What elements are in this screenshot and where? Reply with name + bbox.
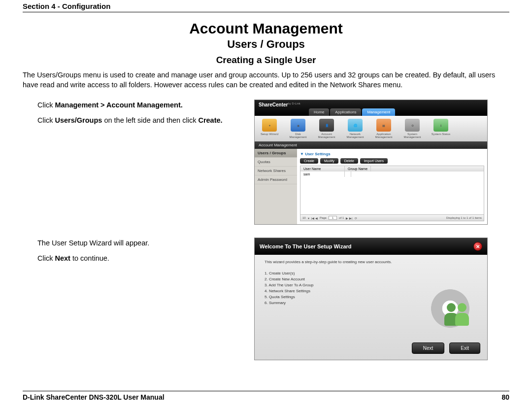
next-button[interactable]: Next: [412, 342, 445, 354]
step1-line2-d: Create.: [198, 116, 222, 124]
step1-line2: Click Users/Groups on the left side and …: [37, 115, 239, 126]
screenshot-account-management: ShareCenterby D-Link Home Applications M…: [254, 100, 488, 225]
sidebar-item-network-shares[interactable]: Network Shares: [255, 167, 297, 175]
tool-setup-wizard[interactable]: ✦Setup Wizard: [259, 119, 280, 138]
screenshot-user-setup-wizard: Welcome To The User Setup Wizard ✕ This …: [254, 238, 488, 360]
disk-icon: ◉: [297, 124, 299, 127]
step1-line2-c: on the left side and then click: [102, 116, 198, 124]
page-subtitle: Users / Groups: [23, 38, 509, 51]
close-button[interactable]: ✕: [473, 242, 482, 251]
globe-icon: 🌐: [354, 124, 357, 127]
step1-line1-bold: Management > Account Management.: [55, 101, 182, 109]
wizard-step-6: 6. Summary: [265, 301, 416, 305]
wizard-step-1: 1. Create User(s): [265, 271, 416, 275]
wizard-step-2: 2. Create New Account: [265, 277, 416, 281]
tool-disk-management[interactable]: ◉Disk Management: [287, 119, 309, 138]
wand-icon: ✦: [268, 124, 271, 127]
step1-line1: Click Management > Account Management.: [37, 100, 239, 111]
exit-button[interactable]: Exit: [449, 342, 480, 354]
sidebar-item-admin-password[interactable]: Admin Password: [255, 175, 297, 184]
footer-page-number: 80: [501, 393, 509, 401]
step2-line2-c: to continue.: [70, 254, 109, 262]
section-user-settings: ▼ User Settings: [300, 152, 484, 156]
page-subsubtitle: Creating a Single User: [23, 55, 509, 66]
delete-button[interactable]: Delete: [340, 158, 358, 164]
step2-line2: Click Next to continue.: [37, 253, 239, 264]
section-header: Section 4 - Configuration: [23, 2, 509, 12]
step1-line2-b: Users/Groups: [55, 116, 102, 124]
th-user-name: User Name: [300, 166, 345, 171]
sidebar-item-users-groups[interactable]: Users / Groups: [255, 149, 297, 158]
wizard-step-4: 4. Network Share Settings: [265, 289, 416, 293]
wizard-step-3: 3. Add The User To A Group: [265, 283, 416, 287]
step1-line1-prefix: Click: [37, 101, 55, 109]
import-users-button[interactable]: Import Users: [360, 158, 388, 164]
tab-home[interactable]: Home: [309, 108, 329, 116]
tool-system-management[interactable]: ⚙System Management: [401, 119, 423, 138]
wizard-step-5: 5. Quota Settings: [265, 295, 416, 299]
th-group-name: Group Name: [345, 166, 371, 171]
footer-manual-title: D-Link ShareCenter DNS-320L User Manual: [23, 393, 165, 401]
page-title: Account Management: [23, 20, 509, 37]
breadcrumb: Account Management: [255, 141, 487, 149]
step1-line2-a: Click: [37, 116, 55, 124]
wizard-description: This wizard provides a step-by-step guid…: [262, 260, 416, 264]
table-pager[interactable]: 10▾ |◀ ◀ Page 1 of 1 ▶ ▶| ⟳ Displaying 1…: [300, 215, 484, 221]
tab-management[interactable]: Management: [362, 108, 395, 116]
close-icon: ✕: [476, 244, 480, 249]
people-graphic: [443, 303, 470, 326]
step2-line1: The User Setup Wizard will appear.: [37, 238, 239, 249]
gear-icon: ⚙: [411, 124, 414, 127]
tool-account-management[interactable]: 👤Account Management: [316, 119, 337, 138]
step2-line2-a: Click: [37, 254, 55, 262]
tool-application-management[interactable]: ▦Application Management: [373, 119, 395, 138]
tab-applications[interactable]: Applications: [330, 108, 361, 116]
table-row[interactable]: sam: [300, 171, 484, 177]
sidebar-item-quotas[interactable]: Quotas: [255, 158, 297, 167]
wizard-steps-list: 1. Create User(s) 2. Create New Account …: [262, 271, 416, 305]
modify-button[interactable]: Modify: [320, 158, 338, 164]
create-button[interactable]: Create: [300, 158, 318, 164]
users-table: User Name Group Name sam: [300, 166, 484, 215]
tool-network-management[interactable]: 🌐Network Management: [344, 119, 366, 138]
refresh-icon[interactable]: ⟳: [355, 216, 357, 220]
sharecenter-logo: ShareCenterby D-Link: [259, 102, 300, 107]
user-icon: 👤: [325, 124, 329, 127]
intro-paragraph: The Users/Groups menu is used to create …: [23, 70, 509, 90]
cell-user-name: sam: [300, 171, 345, 177]
wizard-title: Welcome To The User Setup Wizard: [260, 243, 352, 249]
cell-group-name: [345, 171, 351, 177]
grid-icon: ▦: [382, 124, 385, 127]
step2-line2-b: Next: [55, 254, 70, 262]
tool-system-status[interactable]: ℹSystem Status: [430, 119, 452, 138]
info-icon: ℹ: [440, 124, 441, 127]
